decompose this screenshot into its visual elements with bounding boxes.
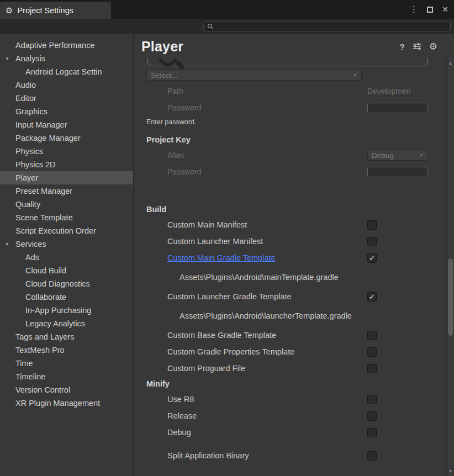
sidebar-item-label: Collaborate xyxy=(25,293,66,302)
sidebar-list: Adaptive Performance▼AnalysisAndroid Log… xyxy=(0,34,134,476)
sidebar-item-graphics[interactable]: Graphics xyxy=(0,105,133,118)
sidebar-item-label: Scene Template xyxy=(15,213,73,222)
sidebar-item-android-logcat-settin[interactable]: Android Logcat Settin xyxy=(0,65,133,78)
sidebar-item-cloud-diagnostics[interactable]: Cloud Diagnostics xyxy=(0,277,133,290)
checkbox-use-r8[interactable] xyxy=(367,395,377,404)
page-title: Player xyxy=(141,39,400,55)
sidebar-item-quality[interactable]: Quality xyxy=(0,198,133,211)
checkbox-custom-proguard-file[interactable] xyxy=(367,364,377,373)
header-icons: ? ⚙ xyxy=(400,42,437,51)
sidebar-item-collaborate[interactable]: Collaborate xyxy=(0,290,133,304)
setting-label: Debug xyxy=(167,428,191,437)
sidebar-item-time[interactable]: Time xyxy=(0,357,133,370)
checkbox-debug[interactable] xyxy=(367,428,377,437)
sidebar-item-label: Legacy Analytics xyxy=(25,319,85,328)
search-field[interactable] xyxy=(203,21,451,32)
setting-label: Use R8 xyxy=(167,395,194,404)
checkbox-release[interactable] xyxy=(367,411,377,421)
sidebar-item-legacy-analytics[interactable]: Legacy Analytics xyxy=(0,317,133,330)
setting-label: Split Application Binary xyxy=(167,451,249,460)
sidebar-item-in-app-purchasing[interactable]: In-App Purchasing xyxy=(0,304,133,317)
sidebar-item-textmesh-pro[interactable]: TextMesh Pro xyxy=(0,343,133,357)
organization-row: Select... ▼ xyxy=(134,67,444,83)
sidebar-item-label: Audio xyxy=(15,81,36,89)
sidebar-item-label: Quality xyxy=(15,200,40,209)
gradle-path-text: Assets\Plugins\Android\launcherTemplate.… xyxy=(180,311,352,320)
checkbox-custom-gradle-properties-template[interactable] xyxy=(367,347,377,357)
sidebar-item-input-manager[interactable]: Input Manager xyxy=(0,118,133,131)
scrollbar-thumb[interactable] xyxy=(448,258,453,336)
maximize-icon[interactable] xyxy=(427,7,433,13)
sidebar-item-timeline[interactable]: Timeline xyxy=(0,370,133,383)
close-icon[interactable]: ✕ xyxy=(442,6,448,13)
gear-icon[interactable]: ⚙ xyxy=(429,42,437,51)
sidebar-item-tags-and-layers[interactable]: Tags and Layers xyxy=(0,330,133,343)
search-icon xyxy=(207,23,214,30)
key-password-field[interactable] xyxy=(367,167,428,177)
sidebar-item-script-execution-order[interactable]: Script Execution Order xyxy=(0,224,133,237)
checkbox-custom-launcher-gradle-template[interactable]: ✓ xyxy=(367,292,377,302)
sidebar-item-editor[interactable]: Editor xyxy=(0,92,133,105)
gradle-path-text: Assets\Plugins\Android\mainTemplate.grad… xyxy=(180,273,339,282)
sidebar-item-package-manager[interactable]: Package Manager xyxy=(0,131,133,145)
window-menu-icon[interactable]: ⋮ xyxy=(409,5,418,14)
path-value: Developmen xyxy=(367,87,429,96)
gradle-path-row: Assets\Plugins\Android\launcherTemplate.… xyxy=(134,305,444,327)
window-tab-project-settings[interactable]: ⚙ Project Settings xyxy=(0,2,111,19)
alias-dropdown[interactable]: Debug ▼ xyxy=(367,150,428,161)
gradle-path-row: Assets\Plugins\Android\mainTemplate.grad… xyxy=(134,266,444,288)
window-title: Project Settings xyxy=(17,6,73,15)
sidebar-item-audio[interactable]: Audio xyxy=(0,78,133,92)
setting-link-label[interactable]: Custom Main Gradle Template xyxy=(167,253,276,262)
sidebar-item-player[interactable]: Player xyxy=(0,171,133,184)
password-field[interactable] xyxy=(367,103,428,113)
alias-value: Debug xyxy=(372,151,394,160)
setting-label: Custom Main Manifest xyxy=(167,220,247,229)
setting-row-debug: Debug xyxy=(134,424,444,441)
sidebar-item-cloud-build[interactable]: Cloud Build xyxy=(0,264,133,277)
setting-row-release: Release xyxy=(134,408,444,424)
setting-row-custom-gradle-properties-template: Custom Gradle Properties Template xyxy=(134,343,444,360)
checkbox-custom-launcher-manifest[interactable] xyxy=(367,237,377,246)
build-section-header: Build xyxy=(134,202,444,216)
content-header: Player ? ⚙ xyxy=(134,34,454,59)
foldout-arrow-icon[interactable]: ▼ xyxy=(5,242,9,247)
sidebar-item-physics-2d[interactable]: Physics 2D xyxy=(0,158,133,171)
checkbox-split-application-binary[interactable] xyxy=(367,451,377,461)
sidebar-item-preset-manager[interactable]: Preset Manager xyxy=(0,184,133,198)
sidebar-item-ads[interactable]: Ads xyxy=(0,251,133,264)
sidebar-item-xr-plugin-management[interactable]: XR Plugin Management xyxy=(0,396,133,410)
minify-rows: Use R8ReleaseDebug xyxy=(134,391,444,441)
setting-row-custom-main-gradle-template: Custom Main Gradle Template✓ xyxy=(134,250,444,266)
setting-row-use-r8: Use R8 xyxy=(134,391,444,408)
build-rows: Custom Main ManifestCustom Launcher Mani… xyxy=(134,216,444,377)
vertical-scrollbar[interactable]: ▲ ▼ xyxy=(446,59,454,476)
checkbox-custom-base-gradle-template[interactable] xyxy=(367,331,377,340)
checkbox-custom-main-gradle-template[interactable]: ✓ xyxy=(367,253,377,263)
checkbox-custom-main-manifest[interactable] xyxy=(367,220,377,230)
search-toolbar xyxy=(0,19,454,34)
content-panel: Player ? ⚙ Select... xyxy=(134,34,454,476)
setting-label: Release xyxy=(167,411,197,420)
dropdown-arrow-icon: ▼ xyxy=(419,153,424,158)
help-icon[interactable]: ? xyxy=(400,43,405,51)
presets-icon[interactable] xyxy=(413,43,421,50)
scroll-up-arrow-icon[interactable]: ▲ xyxy=(447,61,454,66)
sidebar-item-label: Input Manager xyxy=(15,120,67,129)
sidebar-item-analysis[interactable]: ▼Analysis xyxy=(0,52,133,65)
setting-label: Custom Launcher Manifest xyxy=(167,237,263,246)
sidebar-item-scene-template[interactable]: Scene Template xyxy=(0,211,133,224)
project-settings-window: ⚙ Project Settings ⋮ ✕ Adaptive Performa… xyxy=(0,0,454,476)
sidebar-item-label: Physics xyxy=(15,147,43,156)
organization-select-dropdown[interactable]: Select... ▼ xyxy=(146,70,362,81)
foldout-arrow-icon[interactable]: ▼ xyxy=(5,56,9,61)
setting-label: Custom Launcher Gradle Template xyxy=(167,292,292,301)
sidebar-item-adaptive-performance[interactable]: Adaptive Performance xyxy=(0,39,133,52)
search-input[interactable] xyxy=(216,23,450,30)
sidebar-item-services[interactable]: ▼Services xyxy=(0,237,133,251)
scroll-down-arrow-icon[interactable]: ▼ xyxy=(447,469,454,474)
sidebar-item-physics[interactable]: Physics xyxy=(0,145,133,158)
sidebar-item-label: Cloud Diagnostics xyxy=(25,279,90,288)
password-row: Password xyxy=(134,99,444,116)
sidebar-item-version-control[interactable]: Version Control xyxy=(0,383,133,396)
